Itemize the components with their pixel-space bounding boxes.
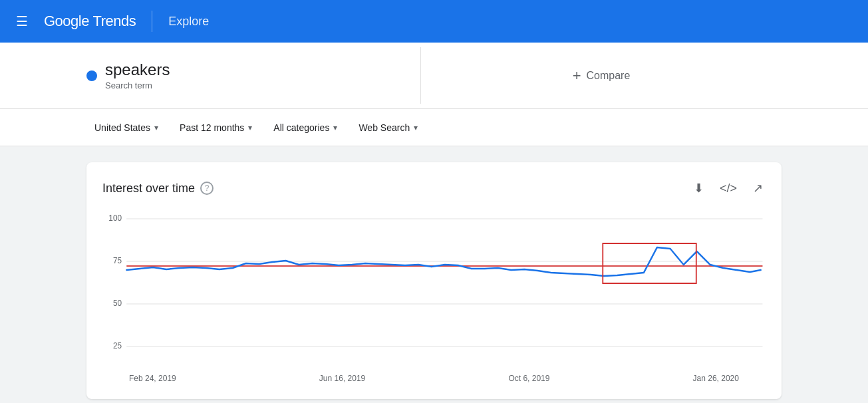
main-content: Interest over time ? ⬇ </> ↗ 100 75 50 2… <box>0 146 868 403</box>
app-header: ☰ Google Trends Explore <box>0 0 868 43</box>
search-area: speakers Search term + Compare <box>0 43 868 109</box>
chart-actions: ⬇ </> ↗ <box>691 178 766 198</box>
timeframe-label: Past 12 months <box>180 122 244 133</box>
x-label-3: Oct 6, 2019 <box>508 374 549 383</box>
term-color-dot <box>86 70 97 81</box>
share-icon[interactable]: ↗ <box>750 178 766 198</box>
country-filter[interactable]: United States ▾ <box>86 118 166 137</box>
search-type-label: Web Search <box>359 122 410 133</box>
explore-label: Explore <box>168 15 209 29</box>
header-divider <box>152 11 152 32</box>
x-label-4: Jan 26, 2020 <box>693 374 739 383</box>
search-term-info: speakers Search term <box>105 61 170 90</box>
chart-title: Interest over time <box>102 182 195 196</box>
country-label: United States <box>94 122 150 133</box>
search-term-section: speakers Search term <box>86 47 421 104</box>
filter-bar: United States ▾ Past 12 months ▾ All cat… <box>0 109 868 146</box>
compare-plus-icon: + <box>573 67 581 84</box>
help-icon[interactable]: ? <box>200 182 214 195</box>
svg-text:50: 50 <box>113 298 122 308</box>
country-dropdown-arrow: ▾ <box>154 123 158 132</box>
x-label-2: Jun 16, 2019 <box>319 374 365 383</box>
chart-x-labels: Feb 24, 2019 Jun 16, 2019 Oct 6, 2019 Ja… <box>102 371 766 383</box>
embed-icon[interactable]: </> <box>717 179 740 198</box>
google-text: Google <box>44 13 89 29</box>
logo-text: Google Trends <box>44 13 136 30</box>
chart-title-area: Interest over time ? <box>102 182 214 196</box>
interest-over-time-card: Interest over time ? ⬇ </> ↗ 100 75 50 2… <box>86 162 782 399</box>
search-type-filter[interactable]: Web Search ▾ <box>351 118 426 137</box>
download-icon[interactable]: ⬇ <box>691 178 706 198</box>
svg-text:25: 25 <box>113 340 122 350</box>
chart-svg: 100 75 50 25 <box>102 209 766 368</box>
trends-text: Trends <box>93 13 136 29</box>
svg-text:75: 75 <box>113 255 122 265</box>
search-term-name: speakers <box>105 61 170 79</box>
categories-filter[interactable]: All categories ▾ <box>265 118 345 137</box>
search-term-type: Search term <box>105 80 170 90</box>
categories-dropdown-arrow: ▾ <box>333 123 337 132</box>
compare-section[interactable]: + Compare <box>421 54 782 98</box>
search-type-dropdown-arrow: ▾ <box>414 123 418 132</box>
compare-label: Compare <box>587 70 631 82</box>
chart-container: 100 75 50 25 Feb 24, 2019 Jun 16, 2019 <box>102 209 766 383</box>
x-label-1: Feb 24, 2019 <box>129 374 176 383</box>
header-logo: Google Trends <box>44 13 136 30</box>
svg-text:100: 100 <box>108 213 122 223</box>
chart-header: Interest over time ? ⬇ </> ↗ <box>102 178 766 198</box>
menu-icon[interactable]: ☰ <box>11 8 33 35</box>
categories-label: All categories <box>273 122 329 133</box>
timeframe-filter[interactable]: Past 12 months ▾ <box>172 118 260 137</box>
timeframe-dropdown-arrow: ▾ <box>248 123 252 132</box>
